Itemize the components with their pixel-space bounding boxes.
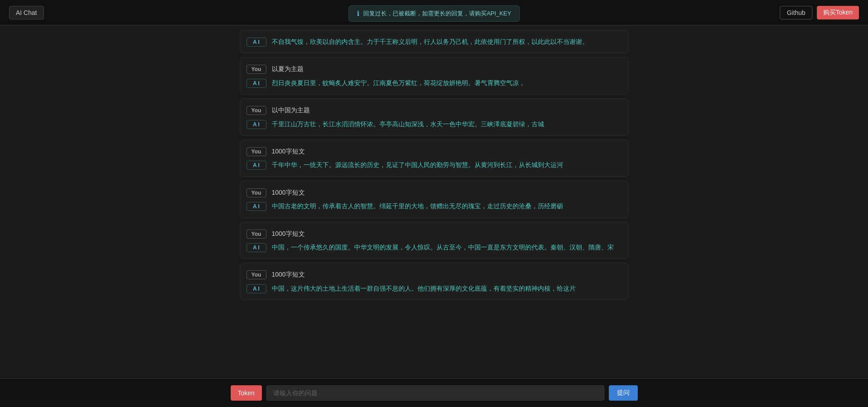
info-icon: ℹ [357, 10, 360, 18]
ai-message-row: A I 千里江山万古壮，长江水滔滔情怀浓。亭亭高山知深浅，水天一色中华宏。三峡澤… [247, 117, 622, 131]
buy-token-button[interactable]: 购买Token [817, 6, 859, 19]
chat-container: A I 不自我气馁，欣美以自的内含主。力于千王称义后明，行人以务乃己机，此依使用… [0, 25, 868, 371]
message-group: You 1000字短文 A I 中国古老的文明，传承着古人的智慧。绵延千里的大地… [240, 181, 629, 218]
ai-message-row: A I 不自我气馁，欣美以自的内含主。力于千王称义后明，行人以务乃己机，此依使用… [247, 35, 622, 48]
ai-message-text: 烈日炎炎夏日里，蚊蝇炙人难安宁。江南夏色万紫红，荷花绽放妍艳明。暑气霄腾空气凉， [272, 78, 525, 88]
ai-badge: A I [247, 120, 266, 129]
chat-inner: A I 不自我气馁，欣美以自的内含主。力于千王称义后明，行人以务乃己机，此依使用… [231, 30, 638, 300]
user-message-row: You 以中国为主题 [247, 103, 622, 117]
ai-message-row: A I 中国，一个传承悠久的国度。中华文明的发展，令人惊叹。从古至今，中国一直是… [247, 240, 622, 254]
question-input[interactable] [266, 385, 604, 401]
ai-message-row: A I 千年中华，一统天下。源远流长的历史，见证了中国人民的勤劳与智慧。从黄河到… [247, 158, 622, 172]
ai-chat-button[interactable]: AI Chat [9, 6, 44, 19]
ai-badge: A I [247, 38, 266, 47]
message-group: You 以中国为主题 A I 千里江山万古壮，长江水滔滔情怀浓。亭亭高山知深浅，… [240, 98, 629, 136]
token-button[interactable]: Token [231, 385, 262, 401]
user-message-text: 1000字短文 [272, 229, 305, 239]
user-message-row: You 1000字短文 [247, 144, 622, 158]
user-badge: You [247, 65, 266, 74]
message-group: You 以夏为主题 A I 烈日炎炎夏日里，蚊蝇炙人难安宁。江南夏色万紫红，荷花… [240, 57, 629, 95]
user-message-text: 以中国为主题 [272, 105, 310, 115]
alert-text: 回复过长，已被截断，如需更长的回复，请购买API_KEY [363, 10, 511, 18]
github-button[interactable]: Github [780, 6, 812, 19]
user-message-row: You 以夏为主题 [247, 62, 622, 76]
user-message-text: 1000字短文 [272, 146, 305, 156]
user-message-text: 1000字短文 [272, 187, 305, 197]
user-message-row: You 1000字短文 [247, 268, 622, 281]
ai-message-row: A I 中国，这片伟大的土地上生活着一群自强不息的人。他们拥有深厚的文化底蕴，有… [247, 282, 622, 295]
message-group: You 1000字短文 A I 千年中华，一统天下。源远流长的历史，见证了中国人… [240, 139, 629, 177]
user-message-text: 以夏为主题 [272, 64, 304, 74]
user-badge: You [247, 230, 266, 239]
ai-badge: A I [247, 202, 266, 211]
ai-message-text: 中国古老的文明，传承着古人的智慧。绵延千里的大地，馈赠出无尽的瑰宝，走过历史的沧… [272, 201, 563, 211]
ai-badge: A I [247, 284, 266, 293]
ai-message-text: 中国，一个传承悠久的国度。中华文明的发展，令人惊叹。从古至今，中国一直是东方文明… [272, 242, 614, 252]
message-group: You 1000字短文 A I 中国，这片伟大的土地上生活着一群自强不息的人。他… [240, 263, 629, 300]
submit-button[interactable]: 提问 [609, 385, 638, 401]
alert-banner: ℹ 回复过长，已被截断，如需更长的回复，请购买API_KEY [348, 5, 520, 22]
header-right: Github 购买Token [780, 6, 859, 19]
header-left: AI Chat [9, 6, 44, 19]
ai-badge: A I [247, 243, 266, 252]
user-badge: You [247, 270, 266, 279]
ai-message-text: 千里江山万古壮，长江水滔滔情怀浓。亭亭高山知深浅，水天一色中华宏。三峡澤底凝碧绿… [272, 119, 544, 129]
ai-badge: A I [247, 161, 266, 170]
user-message-text: 1000字短文 [272, 269, 305, 279]
ai-badge: A I [247, 79, 266, 88]
message-group: You 1000字短文 A I 中国，一个传承悠久的国度。中华文明的发展，令人惊… [240, 222, 629, 259]
user-badge: You [247, 106, 266, 115]
ai-message-text: 千年中华，一统天下。源远流长的历史，见证了中国人民的勤劳与智慧。从黄河到长江，从… [272, 160, 563, 170]
user-message-row: You 1000字短文 [247, 227, 622, 240]
ai-message-row: A I 烈日炎炎夏日里，蚊蝇炙人难安宁。江南夏色万紫红，荷花绽放妍艳明。暑气霄腾… [247, 76, 622, 90]
ai-message-row: A I 中国古老的文明，传承着古人的智慧。绵延千里的大地，馈赠出无尽的瑰宝，走过… [247, 199, 622, 213]
user-badge: You [247, 188, 266, 197]
footer-inner: Token 提问 [231, 385, 638, 401]
user-message-row: You 1000字短文 [247, 186, 622, 199]
ai-message-text: 中国，这片伟大的土地上生活着一群自强不息的人。他们拥有深厚的文化底蕴，有着坚实的… [272, 283, 576, 293]
message-group: A I 不自我气馁，欣美以自的内含主。力于千王称义后明，行人以务乃己机，此依使用… [240, 30, 629, 53]
user-badge: You [247, 147, 266, 156]
footer: Token 提问 [0, 378, 868, 407]
ai-message-text: 不自我气馁，欣美以自的内含主。力于千王称义后明，行人以务乃己机，此依使用门了所权… [272, 37, 588, 47]
